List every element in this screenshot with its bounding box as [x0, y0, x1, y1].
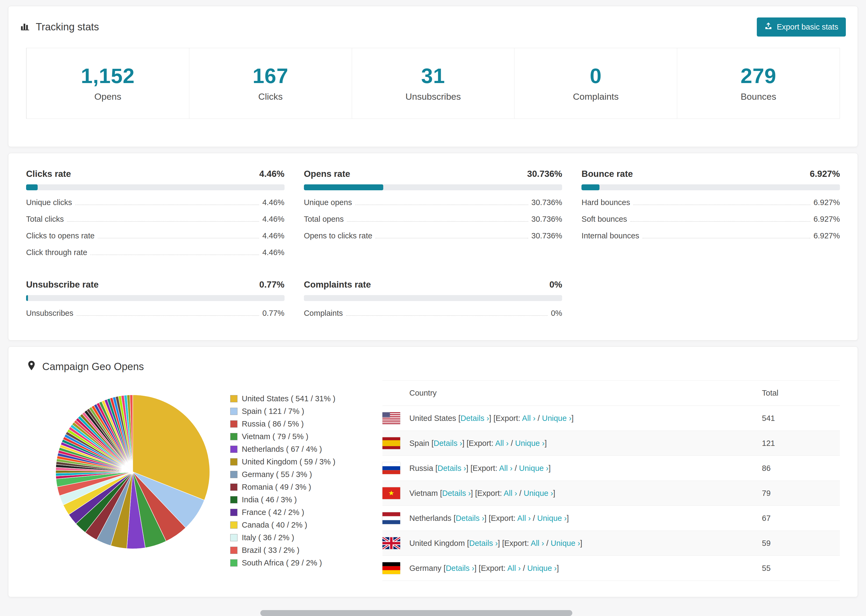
legend-swatch	[230, 433, 238, 440]
rate-value: 4.46%	[259, 169, 285, 179]
legend-item[interactable]: Spain ( 121 / 7% )	[230, 407, 357, 416]
details-link[interactable]: Details ›	[438, 464, 466, 473]
export-prefix: ] [Export:	[471, 489, 504, 498]
details-link[interactable]: Details ›	[469, 539, 498, 547]
dotted-leader	[67, 221, 259, 222]
geo-content: United States ( 541 / 31% ) Spain ( 121 …	[26, 380, 840, 581]
bracket-open: [	[438, 489, 442, 498]
bracket-close: ]	[580, 539, 582, 547]
export-all-link[interactable]: All ›	[507, 564, 521, 572]
country-name: Netherlands	[409, 514, 451, 522]
rates-card: Clicks rate 4.46% Unique clicks 4.46% To…	[8, 153, 858, 341]
country-cell: Netherlands [Details ›] [Export: All › /…	[409, 514, 762, 523]
geo-section-title: Campaign Geo Opens	[42, 361, 144, 372]
legend-item[interactable]: Vietnam ( 79 / 5% )	[230, 432, 357, 441]
rate-rows: Unique opens 30.736% Total opens 30.736%…	[304, 198, 562, 240]
geo-table-row: Vietnam [Details ›] [Export: All › / Uni…	[383, 481, 840, 506]
rate-title: Unsubscribe rate	[26, 280, 99, 290]
rate-stat-value: 30.736%	[531, 198, 562, 207]
export-unique-link[interactable]: Unique ›	[527, 564, 557, 572]
country-cell: United States [Details ›] [Export: All ›…	[409, 414, 762, 423]
export-icon	[764, 22, 772, 32]
legend-label: Italy ( 36 / 2% )	[242, 533, 294, 542]
legend-label: South Africa ( 29 / 2% )	[242, 558, 322, 567]
legend-item[interactable]: Romania ( 49 / 3% )	[230, 483, 357, 492]
export-all-link[interactable]: All ›	[531, 539, 544, 547]
horizontal-scrollbar-thumb[interactable]	[260, 610, 572, 616]
rate-value: 0.77%	[259, 280, 285, 290]
rate-stat-row: Total opens 30.736%	[304, 215, 562, 224]
legend-label: Spain ( 121 / 7% )	[242, 407, 304, 416]
export-all-link[interactable]: All ›	[504, 489, 517, 498]
rate-stat-label: Hard bounces	[581, 198, 630, 207]
country-flag-icon	[383, 437, 400, 449]
geo-table-header: Country Total	[383, 380, 840, 406]
rate-stat-value: 4.46%	[262, 248, 284, 257]
rate-stat-value: 6.927%	[814, 215, 840, 224]
country-cell: Vietnam [Details ›] [Export: All › / Uni…	[409, 489, 762, 498]
rate-stat-value: 6.927%	[814, 231, 840, 240]
rate-panel: Clicks rate 4.46% Unique clicks 4.46% To…	[26, 169, 285, 257]
legend-item[interactable]: India ( 46 / 3% )	[230, 495, 357, 504]
legend-item[interactable]: Italy ( 36 / 2% )	[230, 533, 357, 542]
legend-item[interactable]: South Africa ( 29 / 2% )	[230, 558, 357, 567]
export-all-link[interactable]: All ›	[522, 414, 535, 423]
rate-header: Bounce rate 6.927%	[581, 169, 840, 179]
legend-label: Germany ( 55 / 3% )	[242, 470, 312, 479]
bracket-open: [	[465, 539, 469, 547]
legend-item[interactable]: Netherlands ( 67 / 4% )	[230, 445, 357, 454]
summary-stat-cell: 0 Complaints	[514, 48, 677, 118]
geo-table-row: Germany [Details ›] [Export: All › / Uni…	[383, 556, 840, 581]
legend-item[interactable]: United States ( 541 / 31% )	[230, 394, 357, 403]
country-flag-icon	[383, 562, 400, 574]
stat-value: 1,152	[27, 64, 189, 88]
details-link[interactable]: Details ›	[442, 489, 471, 498]
export-unique-link[interactable]: Unique ›	[537, 514, 567, 522]
dotted-leader	[75, 204, 259, 205]
total-cell: 67	[762, 514, 840, 523]
export-basic-stats-button[interactable]: Export basic stats	[757, 17, 846, 36]
geo-table-row: United Kingdom [Details ›] [Export: All …	[383, 531, 840, 556]
rate-stat-label: Clicks to opens rate	[26, 231, 94, 240]
tracking-stats-card: Tracking stats Export basic stats 1,152 …	[8, 6, 858, 147]
rate-stat-value: 30.736%	[531, 215, 562, 224]
dotted-leader	[630, 221, 810, 222]
rate-header: Opens rate 30.736%	[304, 169, 562, 179]
export-all-link[interactable]: All ›	[495, 439, 509, 448]
legend-item[interactable]: Russia ( 86 / 5% )	[230, 420, 357, 428]
bracket-open: [	[441, 564, 446, 572]
export-unique-link[interactable]: Unique ›	[515, 439, 545, 448]
export-unique-link[interactable]: Unique ›	[542, 414, 572, 423]
legend-label: Russia ( 86 / 5% )	[242, 420, 304, 428]
rate-title: Opens rate	[304, 169, 350, 179]
summary-stat-cell: 167 Clicks	[189, 48, 352, 118]
details-link[interactable]: Details ›	[446, 564, 474, 572]
legend-swatch	[230, 509, 238, 516]
total-cell: 541	[762, 414, 840, 423]
summary-stat-cell: 279 Bounces	[677, 48, 840, 118]
legend-item[interactable]: Brazil ( 33 / 2% )	[230, 546, 357, 555]
rate-stat-label: Internal bounces	[581, 231, 639, 240]
legend-swatch	[230, 547, 238, 554]
rates-grid: Clicks rate 4.46% Unique clicks 4.46% To…	[8, 153, 858, 340]
details-link[interactable]: Details ›	[456, 514, 484, 522]
legend-label: United States ( 541 / 31% )	[242, 394, 335, 403]
export-unique-link[interactable]: Unique ›	[551, 539, 580, 547]
export-unique-link[interactable]: Unique ›	[519, 464, 549, 473]
legend-item[interactable]: United Kingdom ( 59 / 3% )	[230, 457, 357, 466]
geo-table-row: United States [Details ›] [Export: All ›…	[383, 406, 840, 431]
export-unique-link[interactable]: Unique ›	[524, 489, 553, 498]
legend-item[interactable]: France ( 42 / 2% )	[230, 508, 357, 517]
rate-panel: Bounce rate 6.927% Hard bounces 6.927% S…	[581, 169, 840, 257]
export-all-link[interactable]: All ›	[499, 464, 513, 473]
legend-item[interactable]: Germany ( 55 / 3% )	[230, 470, 357, 479]
rate-panel: Complaints rate 0% Complaints 0%	[304, 280, 562, 318]
geo-table-body: United States [Details ›] [Export: All ›…	[383, 406, 840, 581]
dotted-leader	[98, 238, 259, 238]
details-link[interactable]: Details ›	[433, 439, 462, 448]
export-all-link[interactable]: All ›	[517, 514, 531, 522]
bracket-close: ]	[572, 414, 574, 423]
tracking-stats-title-row: Tracking stats	[20, 21, 99, 33]
details-link[interactable]: Details ›	[460, 414, 489, 423]
legend-item[interactable]: Canada ( 40 / 2% )	[230, 520, 357, 530]
